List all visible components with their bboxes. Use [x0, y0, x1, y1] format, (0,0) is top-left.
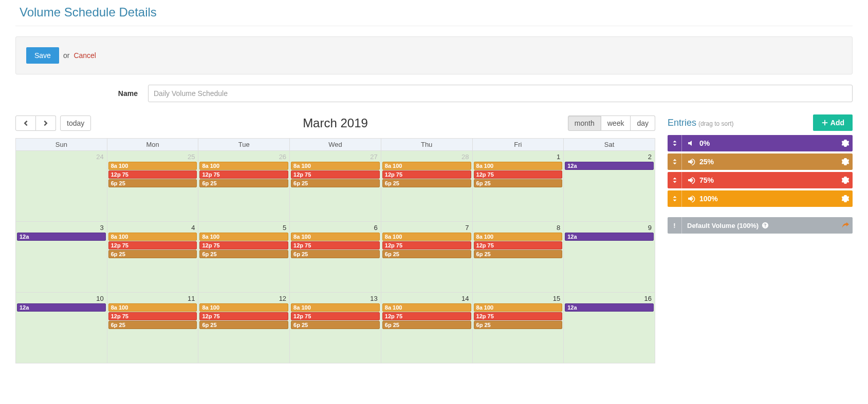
calendar-cell[interactable]: 24 — [16, 151, 107, 222]
calendar-event[interactable]: 8a 100 — [382, 303, 471, 312]
action-bar: Save or Cancel — [15, 36, 853, 74]
calendar-event[interactable]: 8a 100 — [474, 233, 563, 241]
entry-settings-button[interactable] — [838, 176, 853, 184]
calendar-cell[interactable]: 68a 10012p 756p 25 — [290, 222, 381, 293]
calendar-event[interactable]: 12a — [17, 303, 106, 312]
calendar-event[interactable]: 6p 25 — [108, 321, 197, 329]
drag-handle[interactable] — [668, 172, 682, 188]
drag-handle[interactable] — [668, 153, 682, 170]
calendar-event[interactable]: 6p 25 — [199, 179, 288, 187]
calendar-event[interactable]: 12a — [565, 233, 654, 241]
calendar-event[interactable]: 6p 25 — [199, 321, 288, 329]
name-input[interactable] — [148, 85, 853, 102]
calendar-event[interactable]: 8a 100 — [108, 303, 197, 312]
cancel-link[interactable]: Cancel — [73, 51, 96, 60]
calendar-event[interactable]: 12p 75 — [199, 241, 288, 249]
calendar-event[interactable]: 12p 75 — [199, 170, 288, 179]
calendar-event[interactable]: 8a 100 — [291, 162, 380, 170]
calendar-cell[interactable]: 58a 10012p 756p 25 — [198, 222, 290, 293]
calendar-cell[interactable]: 1612a — [564, 293, 655, 363]
calendar-cell[interactable]: 912a — [564, 222, 655, 293]
calendar-event[interactable]: 8a 100 — [291, 233, 380, 241]
calendar-event[interactable]: 6p 25 — [474, 250, 563, 258]
calendar-event[interactable]: 6p 25 — [108, 250, 197, 258]
entry-row[interactable]: 75% — [668, 172, 853, 188]
calendar-event[interactable]: 12p 75 — [291, 312, 380, 320]
calendar-event[interactable]: 8a 100 — [474, 303, 563, 312]
calendar-event[interactable]: 6p 25 — [108, 179, 197, 187]
calendar-event[interactable]: 12p 75 — [108, 170, 197, 179]
calendar-event[interactable]: 8a 100 — [199, 303, 288, 312]
calendar-cell[interactable]: 278a 10012p 756p 25 — [290, 151, 381, 222]
calendar-cell[interactable]: 148a 10012p 756p 25 — [381, 293, 472, 363]
calendar-cell[interactable]: 312a — [16, 222, 107, 293]
calendar-event[interactable]: 6p 25 — [382, 250, 471, 258]
calendar-cell[interactable]: 138a 10012p 756p 25 — [290, 293, 381, 363]
calendar-cell[interactable]: 88a 10012p 756p 25 — [472, 222, 564, 293]
calendar-event[interactable]: 12p 75 — [382, 170, 471, 179]
calendar-cell[interactable]: 288a 10012p 756p 25 — [381, 151, 472, 222]
calendar-event[interactable]: 12a — [565, 303, 654, 312]
calendar-prev-button[interactable] — [15, 116, 36, 131]
calendar-cell[interactable]: 258a 10012p 756p 25 — [107, 151, 198, 222]
calendar-cell[interactable]: 128a 10012p 756p 25 — [198, 293, 290, 363]
calendar-event[interactable]: 8a 100 — [291, 303, 380, 312]
entry-row[interactable]: 100% — [668, 190, 853, 207]
calendar-cell[interactable]: 212a — [564, 151, 655, 222]
calendar-event[interactable]: 12p 75 — [474, 312, 563, 320]
calendar-event[interactable]: 8a 100 — [382, 233, 471, 241]
calendar-today-button[interactable]: today — [60, 116, 91, 131]
calendar-event[interactable]: 12p 75 — [291, 170, 380, 179]
default-volume-action[interactable] — [838, 221, 853, 230]
calendar-event[interactable]: 8a 100 — [199, 233, 288, 241]
calendar-event[interactable]: 6p 25 — [199, 250, 288, 258]
calendar-cell[interactable]: 18a 10012p 756p 25 — [472, 151, 564, 222]
calendar-cell[interactable]: 158a 10012p 756p 25 — [472, 293, 564, 363]
entry-row[interactable]: 0% — [668, 135, 853, 151]
day-number: 13 — [290, 293, 381, 303]
calendar-event[interactable]: 8a 100 — [108, 233, 197, 241]
calendar-event[interactable]: 6p 25 — [291, 179, 380, 187]
calendar-next-button[interactable] — [36, 116, 56, 131]
entry-settings-button[interactable] — [838, 139, 853, 147]
calendar-event[interactable]: 12p 75 — [474, 170, 563, 179]
calendar-cell[interactable]: 268a 10012p 756p 25 — [198, 151, 290, 222]
calendar-event[interactable]: 12p 75 — [199, 312, 288, 320]
calendar-event[interactable]: 8a 100 — [199, 162, 288, 170]
calendar-cell[interactable]: 118a 10012p 756p 25 — [107, 293, 198, 363]
chevron-left-icon — [22, 120, 29, 127]
calendar-event[interactable]: 6p 25 — [474, 321, 563, 329]
drag-handle[interactable] — [668, 190, 682, 207]
view-week-button[interactable]: week — [601, 116, 631, 131]
calendar-event[interactable]: 12p 75 — [382, 241, 471, 249]
entry-settings-button[interactable] — [838, 195, 853, 203]
calendar-event[interactable]: 6p 25 — [382, 321, 471, 329]
help-icon[interactable] — [762, 222, 769, 229]
entry-row[interactable]: 25% — [668, 153, 853, 170]
view-month-button[interactable]: month — [568, 116, 601, 131]
view-day-button[interactable]: day — [631, 116, 655, 131]
calendar-event[interactable]: 12p 75 — [474, 241, 563, 249]
calendar-event[interactable]: 6p 25 — [291, 250, 380, 258]
drag-handle[interactable] — [668, 135, 682, 151]
calendar-event[interactable]: 12p 75 — [291, 241, 380, 249]
calendar-event[interactable]: 6p 25 — [382, 179, 471, 187]
calendar-event[interactable]: 6p 25 — [291, 321, 380, 329]
save-button[interactable]: Save — [26, 47, 59, 64]
calendar-event[interactable]: 12a — [565, 162, 654, 170]
calendar-event[interactable]: 12a — [17, 233, 106, 241]
entry-settings-button[interactable] — [838, 158, 853, 166]
calendar-event[interactable]: 8a 100 — [474, 162, 563, 170]
share-icon — [841, 221, 849, 229]
calendar-event[interactable]: 12p 75 — [382, 312, 471, 320]
calendar-event[interactable]: 8a 100 — [108, 162, 197, 170]
calendar-event[interactable]: 6p 25 — [474, 179, 563, 187]
calendar-event[interactable]: 12p 75 — [108, 241, 197, 249]
calendar-cell[interactable]: 78a 10012p 756p 25 — [381, 222, 472, 293]
add-entry-button[interactable]: Add — [813, 114, 853, 131]
calendar-event[interactable]: 12p 75 — [108, 312, 197, 320]
calendar-cell[interactable]: 48a 10012p 756p 25 — [107, 222, 198, 293]
entry-label: 25% — [699, 158, 714, 166]
calendar-event[interactable]: 8a 100 — [382, 162, 471, 170]
calendar-cell[interactable]: 1012a — [16, 293, 107, 363]
